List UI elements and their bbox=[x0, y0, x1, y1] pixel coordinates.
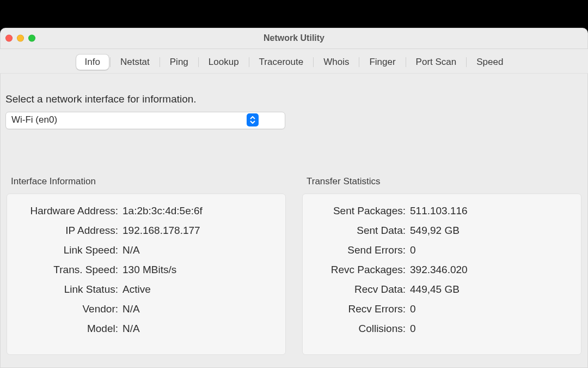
tab-info[interactable]: Info bbox=[76, 55, 109, 70]
row-ip-address: IP Address: 192.168.178.177 bbox=[15, 225, 278, 237]
transfer-stats-box: Sent Packages: 511.103.116 Sent Data: 54… bbox=[302, 194, 581, 355]
value: 0 bbox=[410, 244, 416, 256]
row-hardware-address: Hardware Address: 1a:2b:3c:4d:5e:6f bbox=[15, 205, 278, 217]
tab-finger[interactable]: Finger bbox=[360, 55, 404, 70]
label: Send Errors: bbox=[310, 244, 410, 256]
value: 392.346.020 bbox=[410, 264, 468, 276]
app-window: Network Utility Info Netstat Ping Lookup… bbox=[0, 28, 588, 368]
tab-separator bbox=[198, 57, 199, 67]
label: IP Address: bbox=[15, 225, 122, 237]
tab-separator bbox=[466, 57, 467, 67]
interface-info-box: Hardware Address: 1a:2b:3c:4d:5e:6f IP A… bbox=[7, 194, 286, 355]
tab-netstat[interactable]: Netstat bbox=[112, 55, 158, 70]
tab-segmented-control: Info Netstat Ping Lookup Traceroute Whoi… bbox=[76, 55, 512, 70]
value: Active bbox=[122, 283, 151, 295]
label: Recv Data: bbox=[310, 283, 410, 295]
value: 0 bbox=[410, 303, 416, 315]
minimize-window-button[interactable] bbox=[17, 35, 24, 42]
interface-prompt: Select a network interface for informati… bbox=[5, 93, 583, 105]
tab-lookup[interactable]: Lookup bbox=[200, 55, 248, 70]
label: Trans. Speed: bbox=[15, 264, 122, 276]
label: Link Speed: bbox=[15, 244, 122, 256]
value: 1a:2b:3c:4d:5e:6f bbox=[122, 205, 203, 217]
value: 0 bbox=[410, 323, 416, 335]
value: N/A bbox=[122, 303, 140, 315]
label: Hardware Address: bbox=[15, 205, 122, 217]
tab-bar: Info Netstat Ping Lookup Traceroute Whoi… bbox=[0, 49, 588, 74]
label: Link Status: bbox=[15, 283, 122, 295]
tab-ping[interactable]: Ping bbox=[161, 55, 197, 70]
interface-select-value[interactable]: Wi-Fi (en0) bbox=[5, 112, 285, 129]
row-trans-speed: Trans. Speed: 130 MBits/s bbox=[15, 264, 278, 276]
tab-whois[interactable]: Whois bbox=[315, 55, 358, 70]
transfer-stats-panel: Transfer Statistics Sent Packages: 511.1… bbox=[302, 176, 581, 355]
value: 192.168.178.177 bbox=[122, 225, 200, 237]
titlebar: Network Utility bbox=[0, 28, 588, 49]
value: 130 MBits/s bbox=[122, 264, 176, 276]
row-link-speed: Link Speed: N/A bbox=[15, 244, 278, 256]
window-title: Network Utility bbox=[264, 33, 324, 43]
row-model: Model: N/A bbox=[15, 323, 278, 335]
label: Sent Data: bbox=[310, 225, 410, 237]
row-recv-errors: Recv Errors: 0 bbox=[310, 303, 573, 315]
tab-speed[interactable]: Speed bbox=[468, 55, 512, 70]
value: 549,92 GB bbox=[410, 225, 460, 237]
row-sent-data: Sent Data: 549,92 GB bbox=[310, 225, 573, 237]
info-panels: Interface Information Hardware Address: … bbox=[5, 176, 583, 355]
row-vendor: Vendor: N/A bbox=[15, 303, 278, 315]
interface-info-panel: Interface Information Hardware Address: … bbox=[7, 176, 286, 355]
interface-select[interactable]: Wi-Fi (en0) bbox=[5, 112, 260, 129]
row-sent-packages: Sent Packages: 511.103.116 bbox=[310, 205, 573, 217]
traffic-lights bbox=[5, 35, 35, 42]
tab-separator bbox=[160, 57, 160, 67]
close-window-button[interactable] bbox=[5, 35, 13, 42]
row-recv-data: Recv Data: 449,45 GB bbox=[310, 283, 573, 295]
value: N/A bbox=[122, 323, 140, 335]
row-collisions: Collisions: 0 bbox=[310, 323, 573, 335]
label: Recv Errors: bbox=[310, 303, 410, 315]
interface-info-title: Interface Information bbox=[11, 176, 286, 187]
row-link-status: Link Status: Active bbox=[15, 283, 278, 295]
tab-separator bbox=[110, 57, 111, 67]
row-send-errors: Send Errors: 0 bbox=[310, 244, 573, 256]
tab-separator bbox=[406, 57, 406, 67]
updown-chevron-icon[interactable] bbox=[247, 113, 259, 126]
tab-port-scan[interactable]: Port Scan bbox=[407, 55, 465, 70]
value: 511.103.116 bbox=[410, 205, 468, 217]
tab-traceroute[interactable]: Traceroute bbox=[250, 55, 313, 70]
tab-separator bbox=[249, 57, 249, 67]
transfer-stats-title: Transfer Statistics bbox=[307, 176, 581, 187]
content-area: Select a network interface for informati… bbox=[0, 74, 588, 355]
label: Model: bbox=[15, 323, 122, 335]
zoom-window-button[interactable] bbox=[28, 35, 35, 42]
label: Revc Packages: bbox=[310, 264, 410, 276]
label: Vendor: bbox=[15, 303, 122, 315]
value: 449,45 GB bbox=[410, 283, 460, 295]
value: N/A bbox=[122, 244, 140, 256]
tab-separator bbox=[313, 57, 314, 67]
row-recv-packages: Revc Packages: 392.346.020 bbox=[310, 264, 573, 276]
tab-separator bbox=[359, 57, 359, 67]
label: Sent Packages: bbox=[310, 205, 410, 217]
label: Collisions: bbox=[310, 323, 410, 335]
